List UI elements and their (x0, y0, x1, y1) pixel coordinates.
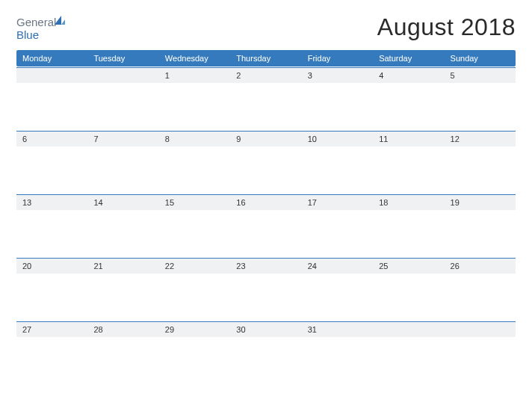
date-cell: 10 (302, 132, 373, 146)
date-cell: 2 (230, 68, 301, 83)
date-cell: 1 (159, 68, 230, 83)
date-cell: 22 (159, 259, 230, 274)
week-body (16, 146, 516, 194)
date-cell (373, 322, 444, 337)
date-cell: 31 (302, 322, 373, 337)
day-header: Friday (302, 50, 373, 67)
day-headers-row: Monday Tuesday Wednesday Thursday Friday… (16, 50, 516, 67)
date-cell: 16 (230, 195, 301, 210)
date-cell: 8 (159, 132, 230, 146)
date-cell: 6 (16, 132, 87, 146)
calendar-header: GeneralBlue August 2018 (16, 13, 516, 41)
logo-text-general: General (16, 16, 56, 28)
date-cell: 18 (373, 195, 444, 210)
calendar-grid: 1 2 3 4 5 6 7 8 9 10 11 12 13 14 15 16 1… (16, 67, 516, 385)
date-cell: 19 (445, 195, 516, 210)
date-cell: 24 (302, 259, 373, 274)
week-body (16, 83, 516, 131)
date-cell: 20 (16, 259, 87, 274)
date-cell: 4 (373, 68, 444, 83)
week-dates: 6 7 8 9 10 11 12 (16, 131, 516, 146)
week-body (16, 337, 516, 385)
day-header: Sunday (445, 50, 516, 67)
week-dates: 27 28 29 30 31 (16, 321, 516, 337)
date-cell: 26 (445, 259, 516, 274)
date-cell: 14 (87, 195, 158, 210)
date-cell: 3 (302, 68, 373, 83)
day-header: Tuesday (87, 50, 158, 67)
date-cell: 12 (445, 132, 516, 146)
day-header: Wednesday (159, 50, 230, 67)
day-header: Saturday (373, 50, 444, 67)
date-cell: 25 (373, 259, 444, 274)
date-cell: 29 (159, 322, 230, 337)
date-cell: 21 (87, 259, 158, 274)
date-cell: 30 (230, 322, 301, 337)
date-cell: 9 (230, 132, 301, 146)
week-dates: 13 14 15 16 17 18 19 (16, 194, 516, 210)
logo: GeneralBlue (16, 16, 66, 41)
calendar-title: August 2018 (377, 13, 516, 41)
date-cell: 13 (16, 195, 87, 210)
week-body (16, 274, 516, 321)
week-body (16, 210, 516, 258)
date-cell: 15 (159, 195, 230, 210)
week-dates: 1 2 3 4 5 (16, 67, 516, 83)
day-header: Monday (16, 50, 87, 67)
date-cell (445, 322, 516, 337)
day-header: Thursday (230, 50, 301, 67)
logo-text-blue: Blue (16, 28, 39, 41)
date-cell: 5 (445, 68, 516, 83)
week-dates: 20 21 22 23 24 25 26 (16, 258, 516, 274)
date-cell: 23 (230, 259, 301, 274)
date-cell: 17 (302, 195, 373, 210)
logo-icon (55, 16, 66, 28)
date-cell (16, 68, 87, 83)
date-cell: 28 (87, 322, 158, 337)
date-cell: 11 (373, 132, 444, 146)
date-cell: 27 (16, 322, 87, 337)
date-cell (87, 68, 158, 83)
date-cell: 7 (87, 132, 158, 146)
